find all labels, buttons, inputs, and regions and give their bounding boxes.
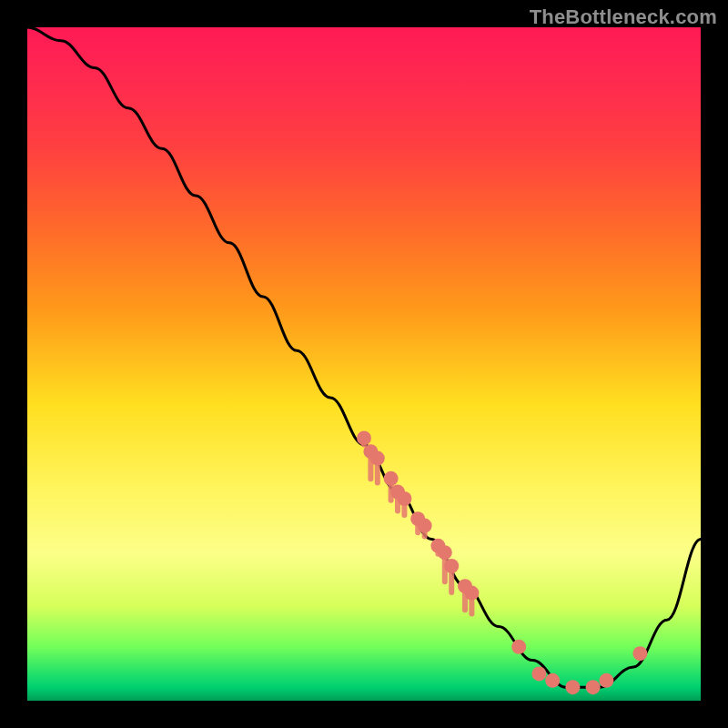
data-marker — [531, 666, 546, 681]
data-marker — [397, 491, 411, 506]
data-marker — [370, 451, 385, 466]
data-marker — [599, 673, 613, 688]
data-marker — [511, 640, 526, 654]
plot-overlay — [27, 27, 701, 701]
data-marker — [545, 673, 560, 688]
data-marker — [418, 519, 432, 533]
data-marker — [586, 680, 601, 694]
plot-area — [27, 27, 701, 701]
chart-frame: TheBottleneck.com — [0, 0, 728, 728]
marker-group — [357, 430, 647, 694]
data-marker — [357, 430, 371, 445]
watermark-label: TheBottleneck.com — [530, 5, 717, 29]
data-marker — [565, 680, 580, 694]
data-marker — [464, 586, 479, 601]
bottleneck-curve — [27, 27, 701, 687]
data-marker — [438, 545, 452, 560]
data-marker — [444, 559, 459, 573]
data-marker — [384, 471, 399, 486]
data-marker — [632, 646, 647, 661]
